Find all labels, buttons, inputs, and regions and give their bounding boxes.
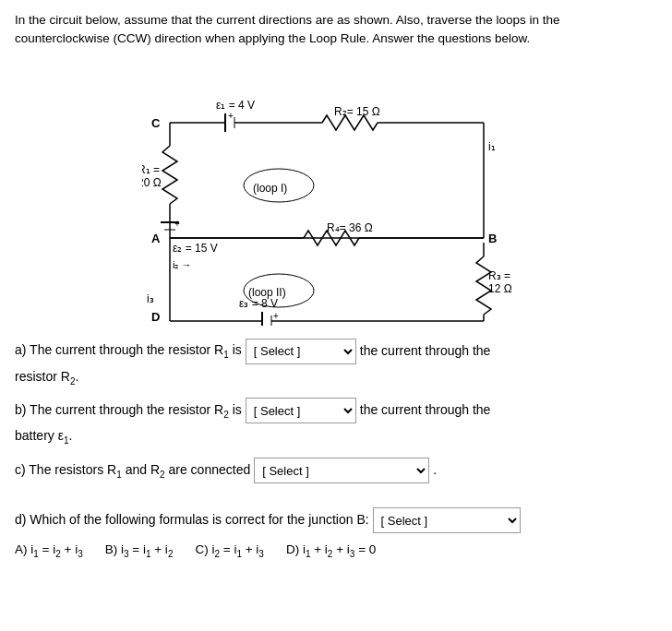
svg-text:D: D bbox=[151, 310, 160, 324]
qc-select[interactable]: [ Select ] in series in parallel neither… bbox=[254, 458, 429, 483]
svg-text:+: + bbox=[174, 219, 180, 229]
svg-text:B: B bbox=[488, 232, 497, 245]
svg-text:+: + bbox=[228, 111, 234, 121]
question-c: c) The resistors R1 and R2 are connected… bbox=[15, 458, 657, 483]
answer-c: C) i2 = i1 + i3 bbox=[195, 542, 263, 559]
svg-text:ε₃ = 8 V: ε₃ = 8 V bbox=[239, 297, 278, 310]
qb-suffix2: battery ε1. bbox=[15, 425, 72, 448]
question-b: b) The current through the resistor R2 i… bbox=[15, 398, 657, 448]
qa-select[interactable]: [ Select ] equal to greater than less th… bbox=[246, 339, 356, 364]
qb-select[interactable]: [ Select ] equal to greater than less th… bbox=[246, 398, 356, 423]
answer-a: A) i1 = i2 + i3 bbox=[15, 542, 83, 559]
qd-label: d) Which of the following formulas is co… bbox=[15, 509, 369, 531]
question-a: a) The current through the resistor R1 i… bbox=[15, 339, 657, 389]
r2-label: R₂= 15 Ω bbox=[334, 105, 380, 118]
svg-text:R₄= 36 Ω: R₄= 36 Ω bbox=[327, 221, 373, 234]
svg-text:ε₂ = 15 V: ε₂ = 15 V bbox=[173, 242, 218, 255]
svg-text:(loop I): (loop I) bbox=[253, 182, 287, 195]
answer-b: B) i3 = i1 + i2 bbox=[105, 542, 174, 559]
qa-label: a) The current through the resistor R1 i… bbox=[15, 339, 242, 363]
svg-text:i₂ →: i₂ → bbox=[173, 259, 192, 270]
circuit-diagram: ε₁ = 4 V + R₂= 15 Ω i₁ B R₃ = 12 Ω R₁ = … bbox=[15, 58, 657, 326]
qb-label: b) The current through the resistor R2 i… bbox=[15, 399, 242, 423]
svg-text:12 Ω: 12 Ω bbox=[488, 282, 512, 295]
qd-select[interactable]: [ Select ] A) i₁ = i₂ + i₃ B) i₃ = i₁ + … bbox=[373, 507, 521, 533]
qc-label: c) The resistors R1 and R2 are connected bbox=[15, 459, 250, 482]
e1-label: ε₁ = 4 V bbox=[216, 99, 255, 112]
intro-text: In the circuit below, assume that the cu… bbox=[15, 11, 657, 49]
svg-text:i₃: i₃ bbox=[147, 292, 154, 305]
qb-suffix: the current through the bbox=[360, 399, 491, 422]
answer-d: D) i1 + i2 + i3 = 0 bbox=[286, 542, 376, 559]
qc-suffix: . bbox=[433, 459, 437, 482]
svg-text:20 Ω: 20 Ω bbox=[142, 176, 162, 189]
svg-text:R₃ =: R₃ = bbox=[488, 269, 510, 282]
svg-text:A: A bbox=[151, 232, 161, 245]
qa-suffix: the current through the bbox=[360, 340, 491, 363]
svg-text:(loop II): (loop II) bbox=[248, 286, 286, 299]
svg-text:i₁: i₁ bbox=[488, 140, 496, 153]
qa-suffix2: resistor R2. bbox=[15, 366, 78, 389]
question-d: d) Which of the following formulas is co… bbox=[15, 507, 657, 533]
answers-row: A) i1 = i2 + i3 B) i3 = i1 + i2 C) i2 = … bbox=[15, 542, 657, 559]
svg-text:C: C bbox=[151, 116, 161, 130]
svg-text:R₁ =: R₁ = bbox=[142, 163, 160, 176]
svg-text:+: + bbox=[273, 311, 279, 321]
